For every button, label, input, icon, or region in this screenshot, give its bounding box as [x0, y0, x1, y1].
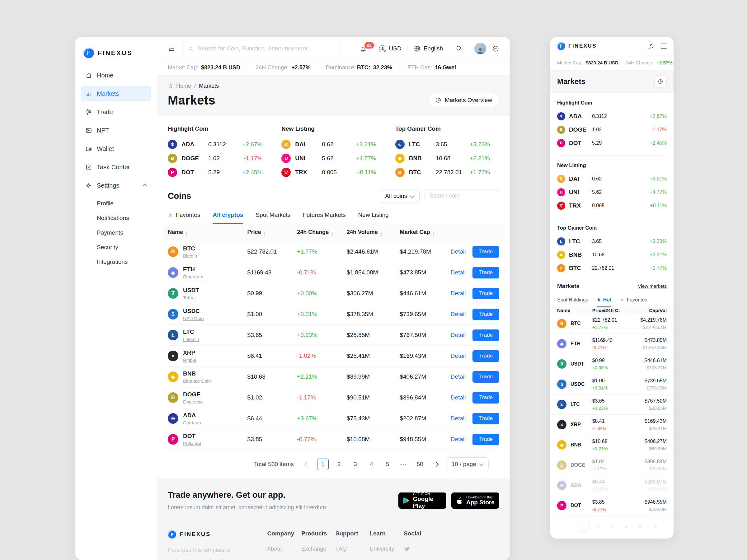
- coin-name-link[interactable]: USD Coin: [183, 316, 204, 321]
- coin-name-link[interactable]: Bitcoin: [183, 253, 197, 259]
- sidebar-item-trade[interactable]: Trade: [81, 104, 151, 120]
- person-icon[interactable]: [648, 43, 654, 50]
- column-header-cap-vol[interactable]: Cap/Vol: [629, 308, 667, 313]
- sidebar-item-home[interactable]: Home: [81, 68, 151, 83]
- highlight-coin-row[interactable]: ◈ BNB 10.68 +2.21%: [395, 151, 490, 165]
- pagination-page-button[interactable]: 3: [350, 459, 361, 470]
- pagination-page-button[interactable]: 50: [414, 459, 426, 470]
- brand-logo-icon[interactable]: F: [557, 42, 565, 50]
- support-chat-button[interactable]: [492, 45, 499, 52]
- highlight-coin-row[interactable]: ✳ ADA 0.3112 +2.67%: [168, 137, 262, 151]
- trade-button[interactable]: Trade: [472, 350, 499, 362]
- table-row[interactable]: P DOT $3.85 -0.77% $948.55M $10.68M: [550, 496, 673, 516]
- sidebar-item-settings[interactable]: Settings: [81, 178, 151, 193]
- pagination-prev-button[interactable]: [301, 459, 312, 470]
- footer-link[interactable]: FAQ: [336, 546, 370, 552]
- tab-favorites[interactable]: ★ Favorites: [620, 297, 647, 307]
- highlight-coin-row[interactable]: ◈ BNB 10.68 +2.21%: [557, 248, 667, 261]
- table-row[interactable]: ◈ BNB $10.68 +2.21% $406.27M $89.99M: [550, 435, 673, 455]
- column-header-price-change[interactable]: Price/24h C.: [592, 308, 630, 313]
- coin-name-link[interactable]: Tether: [183, 295, 199, 300]
- column-header-market-cap[interactable]: Market Cap▴▾: [400, 229, 453, 237]
- pagination-prev-button[interactable]: [563, 521, 575, 532]
- highlight-coin-row[interactable]: Ð DAI 0.62 +2.21%: [281, 137, 376, 151]
- sidebar-item-markets[interactable]: Markets: [81, 86, 151, 101]
- trade-button[interactable]: Trade: [472, 309, 499, 320]
- trade-button[interactable]: Trade: [472, 288, 499, 299]
- pagination-page-button[interactable]: 1: [317, 459, 329, 470]
- table-row[interactable]: B BTC $22 782.01 +1.77% $4.219.78M $2.44…: [550, 314, 673, 334]
- theme-toggle-button[interactable]: [455, 45, 462, 52]
- breadcrumb-home[interactable]: Home: [176, 83, 191, 89]
- trade-button[interactable]: Trade: [472, 246, 499, 258]
- brand-logo[interactable]: F FINEXUS: [81, 46, 151, 68]
- detail-link[interactable]: Detail: [451, 373, 466, 380]
- highlight-coin-row[interactable]: ▽ TRX 0.005 +0.11%: [281, 165, 376, 179]
- sidebar-item-security[interactable]: Security: [97, 240, 151, 255]
- pagination-page-button[interactable]: 1: [579, 522, 589, 532]
- language-selector[interactable]: English: [414, 45, 443, 52]
- menu-fold-icon[interactable]: [168, 45, 175, 52]
- highlight-coin-row[interactable]: U UNI 5.62 +4.77%: [281, 151, 376, 165]
- highlight-coin-row[interactable]: P DOT 5.29 +2.45%: [168, 165, 262, 179]
- avatar[interactable]: [474, 43, 486, 54]
- detail-link[interactable]: Detail: [451, 290, 466, 297]
- coin-name-link[interactable]: Cardano: [183, 420, 201, 425]
- highlight-coin-row[interactable]: B BTC 22.782.01 +1.77%: [395, 165, 490, 179]
- column-header-change[interactable]: 24h Change▴▾: [297, 229, 347, 237]
- sort-icon[interactable]: ▴▾: [433, 232, 435, 237]
- column-header-price[interactable]: Price▴▾: [248, 229, 297, 237]
- coin-search[interactable]: [424, 189, 499, 202]
- coin-name-link[interactable]: Litecoin: [183, 337, 199, 342]
- detail-link[interactable]: Detail: [451, 415, 466, 422]
- view-markets-link[interactable]: View markets: [638, 284, 667, 289]
- trade-button[interactable]: Trade: [472, 329, 499, 341]
- footer-link[interactable]: University: [369, 546, 404, 552]
- pagination-page-button[interactable]: 4: [366, 459, 377, 470]
- pagination-page-button[interactable]: 5: [635, 522, 645, 532]
- table-row[interactable]: ◆ ETH $1169.43 -0.71% $473.85M $1.854.08…: [550, 334, 673, 354]
- highlight-coin-row[interactable]: ✳ ADA 0.3112 +2.67%: [557, 109, 667, 123]
- pagination-page-button[interactable]: 4: [621, 522, 631, 532]
- sidebar-item-notifications[interactable]: Notifications: [97, 211, 151, 225]
- trade-button[interactable]: Trade: [472, 434, 499, 445]
- sidebar-item-profile[interactable]: Profile: [97, 196, 151, 211]
- tab-new-listing[interactable]: New Listing: [358, 212, 389, 224]
- page-size-select[interactable]: 10 / page: [447, 457, 489, 471]
- highlight-coin-row[interactable]: ▽ TRX 0.005 +0.11%: [557, 199, 667, 212]
- highlight-coin-row[interactable]: B BTC 22.782.01 +1.77%: [557, 261, 667, 275]
- trade-button[interactable]: Trade: [472, 371, 499, 383]
- global-search[interactable]: [183, 42, 340, 55]
- notifications-button[interactable]: 21: [360, 45, 367, 53]
- highlight-coin-row[interactable]: P DOT 5.29 +2.45%: [557, 136, 667, 150]
- hamburger-menu-icon[interactable]: [661, 44, 667, 49]
- footer-link[interactable]: Exchange: [301, 546, 336, 552]
- highlight-coin-row[interactable]: Đ DOGE 1.02 -1.17%: [557, 123, 667, 136]
- tab-favorites[interactable]: ★ Favorites: [168, 212, 200, 224]
- detail-link[interactable]: Detail: [451, 311, 466, 318]
- coin-search-input[interactable]: [429, 192, 503, 199]
- table-row[interactable]: ✳ ADA $6.44 +3.67% $202.87M $75.43M: [550, 475, 673, 496]
- column-header-volume[interactable]: 24h Volume▴▾: [347, 229, 400, 237]
- sort-icon[interactable]: ▴▾: [186, 232, 187, 237]
- table-row[interactable]: × XRP $8.41 -1.02% $169.43M $28.41M: [550, 415, 673, 435]
- detail-link[interactable]: Detail: [451, 269, 466, 276]
- pagination-next-button[interactable]: [649, 521, 661, 532]
- table-row[interactable]: Ł LTC $3.65 +3.23% $767.50M $28.85M: [550, 395, 673, 415]
- tab-spot-holdings[interactable]: Spot Holdings: [557, 297, 588, 307]
- currency-selector[interactable]: $ USD: [379, 45, 402, 52]
- tab-futures-markets[interactable]: Futures Markets: [303, 212, 345, 224]
- detail-link[interactable]: Detail: [451, 394, 466, 401]
- google-play-badge[interactable]: GET IT ON Google Play: [398, 492, 446, 509]
- twitter-icon[interactable]: [404, 546, 499, 552]
- column-header-name[interactable]: Name: [557, 308, 592, 313]
- highlight-coin-row[interactable]: U UNI 5.62 +4.77%: [557, 185, 667, 199]
- sidebar-item-wallet[interactable]: Wallet: [81, 141, 151, 157]
- markets-overview-button[interactable]: [654, 75, 667, 88]
- sidebar-item-nft[interactable]: NFT: [81, 123, 151, 138]
- app-store-badge[interactable]: Download on the App Store: [451, 492, 499, 509]
- sort-icon[interactable]: ▴▾: [381, 232, 382, 237]
- trade-button[interactable]: Trade: [472, 392, 499, 403]
- pagination-page-button[interactable]: 3: [607, 522, 617, 532]
- pagination-page-button[interactable]: 5: [382, 459, 393, 470]
